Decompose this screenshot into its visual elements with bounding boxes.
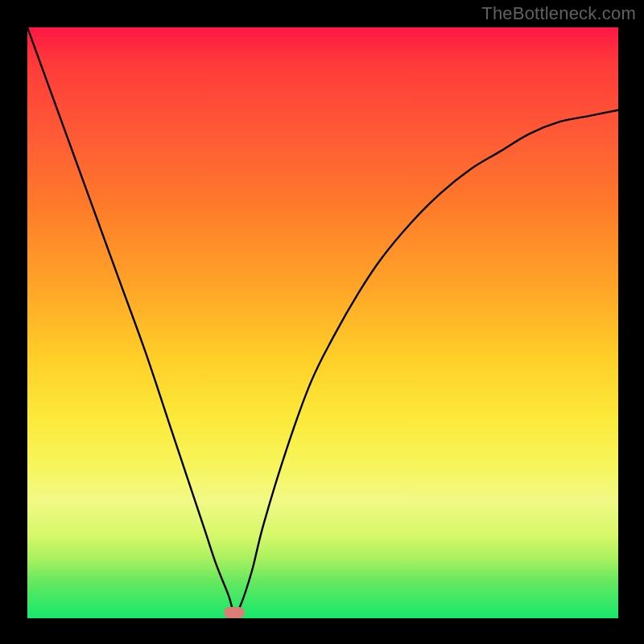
minimum-marker (224, 607, 245, 618)
chart-frame: TheBottleneck.com (0, 0, 644, 644)
bottleneck-curve (27, 27, 618, 613)
curve-layer (27, 27, 618, 618)
plot-area (27, 27, 618, 618)
watermark: TheBottleneck.com (481, 3, 636, 24)
